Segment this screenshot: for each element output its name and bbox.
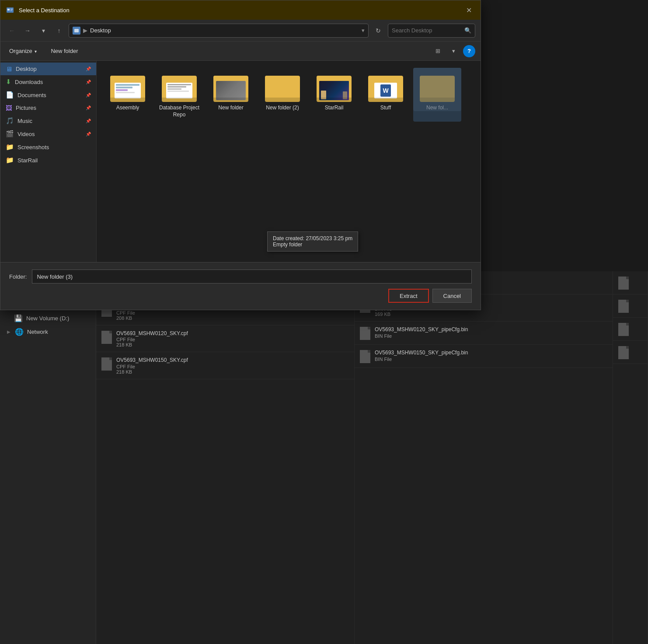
bg-file-row[interactable]: OV5693_MSHW0120_SKY_pipeCfg.bin BIN File — [355, 322, 613, 345]
search-input[interactable] — [392, 27, 462, 34]
folder-image — [110, 71, 145, 102]
file-info: OV5693_MSHW0150_SKY_pipeCfg.bin BIN File — [375, 349, 607, 362]
bg-col-3 — [613, 271, 648, 644]
sidebar-item-desktop[interactable]: 🖥 Desktop 📌 — [0, 63, 96, 75]
pin-icon: 📌 — [86, 119, 91, 123]
folder-input-row: Folder: — [9, 270, 472, 284]
folder-item-aseembly[interactable]: Aseembly — [104, 68, 152, 122]
folder-name-newfolder2: New folder (2) — [266, 105, 299, 112]
address-bar[interactable]: ▶ Desktop ▾ — [69, 24, 369, 38]
organize-button[interactable]: Organize ▾ — [6, 46, 40, 56]
cancel-button[interactable]: Cancel — [432, 289, 472, 303]
navbar: ← → ▾ ↑ ▶ Desktop ▾ ↻ 🔍 — [0, 20, 481, 42]
folder-item-stuff[interactable]: W Stuff — [362, 68, 410, 122]
path-icon — [73, 27, 80, 35]
folder-item-newfolder[interactable]: New folder — [207, 68, 255, 122]
path-separator: ▶ — [83, 27, 87, 34]
sidebar-label-starrail: StarRail — [17, 157, 38, 164]
bg-file-row[interactable]: OV5693_MSHW0150_SKY.cpf CPF File 218 KB — [96, 352, 354, 379]
folder-image — [317, 71, 352, 102]
bg-file-area: OV5693_13P2BA540_SKY.cpf CPF File 256 KB… — [96, 271, 648, 644]
folder-name-dbproject: Database Project Repo — [159, 105, 200, 118]
sidebar-item-downloads[interactable]: ⬇ Downloads 📌 — [0, 75, 96, 88]
bg-sidebar-label-network: Network — [27, 329, 48, 335]
sidebar-label-desktop: Desktop — [16, 66, 37, 72]
path-dropdown[interactable]: ▾ — [362, 27, 365, 34]
tooltip-empty-label: Empty folder — [273, 242, 352, 248]
sidebar-item-music[interactable]: 🎵 Music 📌 — [0, 114, 96, 127]
sidebar-label-pictures: Pictures — [16, 105, 36, 111]
sidebar-item-videos[interactable]: 🎬 Videos 📌 — [0, 127, 96, 140]
up-button[interactable]: ↑ — [53, 24, 65, 37]
bg-file-row[interactable] — [613, 318, 648, 341]
folder-image — [213, 71, 248, 102]
folder-image — [162, 71, 197, 102]
pin-icon: 📌 — [86, 66, 91, 71]
videos-icon: 🎬 — [6, 130, 14, 138]
sidebar-item-screenshots[interactable]: 📁 Screenshots — [0, 140, 96, 154]
file-size: 169 KB — [375, 312, 607, 317]
file-info: OV5693_MSHW0120_SKY.cpf CPF File 218 KB — [116, 330, 349, 348]
sidebar-label-music: Music — [17, 118, 32, 124]
sidebar: 🖥 Desktop 📌 ⬇ Downloads 📌 📄 Documents 📌 … — [0, 61, 97, 262]
file-icon — [101, 331, 112, 344]
sidebar-label-videos: Videos — [17, 131, 35, 137]
forward-button[interactable]: → — [21, 24, 34, 37]
file-size: 208 KB — [116, 315, 349, 321]
bg-file-row[interactable] — [613, 294, 648, 318]
bg-sidebar-item-newvolume[interactable]: 💾 New Volume (D:) — [0, 312, 96, 325]
svg-rect-6 — [74, 29, 79, 32]
sidebar-item-documents[interactable]: 📄 Documents 📌 — [0, 88, 96, 102]
folder-tooltip: Date created: 27/05/2023 3:25 pm Empty f… — [267, 231, 358, 252]
folder-item-newfolder2[interactable]: New folder (2) — [258, 68, 307, 122]
file-name: OV5693_MSHW0120_SKY.cpf — [116, 330, 349, 337]
chevron-icon: ▶ — [7, 329, 10, 334]
extract-button[interactable]: Extract — [388, 289, 429, 303]
search-box[interactable]: 🔍 — [388, 24, 475, 38]
bg-file-row[interactable] — [613, 341, 648, 364]
view-dropdown-button[interactable]: ▾ — [447, 45, 460, 57]
sidebar-item-pictures[interactable]: 🖼 Pictures 📌 — [0, 102, 96, 114]
select-destination-dialog: Select a Destination ✕ ← → ▾ ↑ ▶ Desktop… — [0, 0, 481, 310]
folder-image: W — [368, 71, 403, 102]
folder-label: Folder: — [9, 273, 27, 280]
dropdown-button[interactable]: ▾ — [37, 24, 49, 37]
file-name: OV5693_MSHW0150_SKY_pipeCfg.bin — [375, 349, 607, 357]
sidebar-item-starrail[interactable]: 📁 StarRail — [0, 154, 96, 167]
back-button[interactable]: ← — [6, 24, 18, 37]
folder-name-newfolder: New folder — [218, 105, 243, 112]
music-icon: 🎵 — [6, 117, 14, 125]
folder-item-starrail[interactable]: StarRail — [310, 68, 358, 122]
new-folder-button[interactable]: New folder — [47, 46, 81, 56]
folder-input[interactable] — [32, 270, 472, 284]
folder-item-newfolder3[interactable]: New fol... — [413, 68, 461, 122]
bg-file-row[interactable] — [613, 271, 648, 294]
view-toggle-button[interactable]: ⊞ — [432, 45, 444, 57]
file-type: BIN File — [375, 357, 607, 362]
disk-icon: 💾 — [14, 314, 23, 322]
close-button[interactable]: ✕ — [462, 4, 475, 17]
file-type: CPF File — [116, 337, 349, 342]
background-content: 📁 Downloads ▼ 🖥 This PC 💾 Local Disk (C:… — [0, 271, 648, 644]
file-icon — [101, 357, 112, 371]
file-icon — [618, 323, 629, 336]
folder-image — [265, 71, 300, 102]
file-info: OV5693_MSHW0150_SKY.cpf CPF File 218 KB — [116, 357, 349, 374]
file-size: 218 KB — [116, 342, 349, 347]
bg-file-row[interactable]: OV5693_MSHW0120_SKY.cpf CPF File 218 KB — [96, 326, 354, 353]
folder-item-dbproject[interactable]: Database Project Repo — [155, 68, 203, 122]
organize-dropdown-arrow: ▾ — [35, 49, 37, 54]
bg-sidebar-item-network[interactable]: ▶ 🌐 Network — [0, 325, 96, 339]
sidebar-label-screenshots: Screenshots — [17, 144, 49, 150]
folder-name-aseembly: Aseembly — [116, 105, 139, 112]
file-area: Aseembly Database Pr — [97, 61, 481, 262]
download-icon: ⬇ — [6, 78, 11, 86]
file-icon — [360, 350, 370, 363]
help-button[interactable]: ? — [463, 45, 475, 57]
titlebar-title: Select a Destination — [19, 7, 458, 14]
bg-col-1: OV5693_13P2BA540_SKY.cpf CPF File 256 KB… — [96, 271, 355, 644]
svg-rect-2 — [10, 9, 13, 9]
svg-rect-1 — [7, 9, 10, 10]
bg-file-row[interactable]: OV5693_MSHW0150_SKY_pipeCfg.bin BIN File — [355, 345, 613, 368]
refresh-button[interactable]: ↻ — [372, 24, 384, 37]
